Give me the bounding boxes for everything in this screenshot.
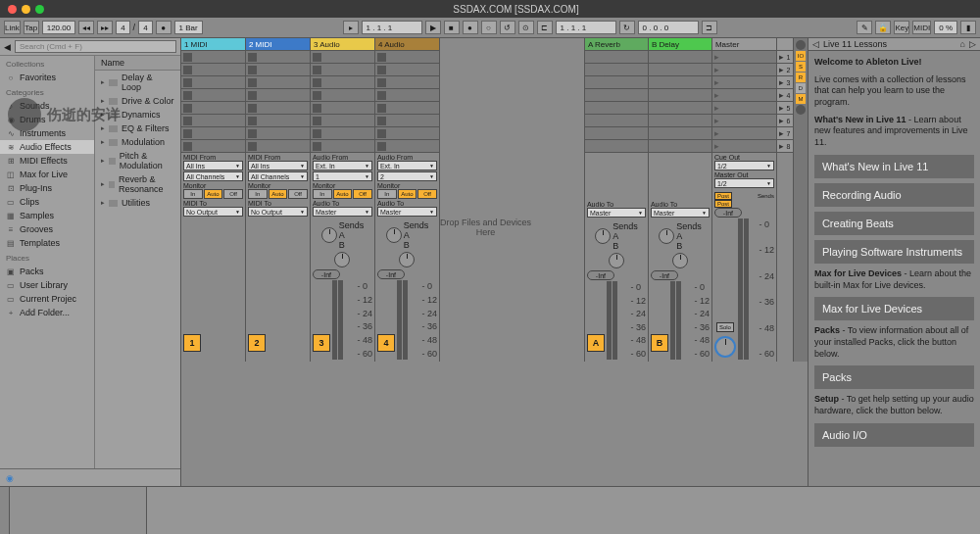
track-header[interactable]: 3 Audio: [311, 38, 374, 51]
category-templates[interactable]: ▤Templates: [0, 236, 94, 250]
tempo-field[interactable]: 120.00: [42, 21, 75, 34]
clip-slot[interactable]: [246, 51, 310, 64]
output-type[interactable]: Master: [377, 207, 437, 217]
metronome-button[interactable]: ●: [156, 21, 172, 34]
scene-slot[interactable]: ▸: [712, 76, 776, 89]
post-button[interactable]: Post: [714, 192, 732, 200]
session-rec[interactable]: ⊙: [518, 21, 534, 34]
place-user-library[interactable]: ▭User Library: [0, 278, 94, 292]
disclosure-icon[interactable]: ▸: [101, 124, 105, 132]
monitor-in[interactable]: In: [183, 189, 203, 199]
disclosure-icon[interactable]: ▸: [101, 111, 105, 119]
track-header[interactable]: 2 MIDI: [246, 38, 310, 51]
track-activator[interactable]: A: [587, 334, 605, 352]
clip-slot[interactable]: [246, 89, 310, 102]
monitor-in[interactable]: In: [377, 189, 397, 199]
scene-launch[interactable]: ▸1: [777, 51, 793, 64]
clip-slot[interactable]: [246, 76, 310, 89]
send-a-knob[interactable]: [321, 227, 337, 243]
lock-button[interactable]: 🔒: [875, 21, 891, 34]
disclosure-icon[interactable]: ▸: [101, 180, 105, 188]
clip-slot[interactable]: [181, 140, 245, 153]
key-button[interactable]: Key: [894, 21, 909, 34]
nudge-up[interactable]: ▸▸: [97, 21, 113, 34]
help-back-icon[interactable]: ◁: [812, 39, 819, 49]
track-activator[interactable]: 3: [313, 334, 330, 352]
browser-item[interactable]: ▸Drive & Color: [95, 94, 180, 108]
post-button[interactable]: Post: [714, 200, 732, 208]
track-activator[interactable]: B: [651, 334, 668, 352]
monitor-auto[interactable]: Auto: [269, 189, 288, 199]
browser-item[interactable]: ▸Dynamics: [95, 108, 180, 121]
disclosure-icon[interactable]: ▸: [101, 199, 105, 207]
clip-slot[interactable]: [375, 127, 439, 140]
clip-slot[interactable]: [181, 115, 245, 127]
send-a-knob[interactable]: [595, 228, 611, 244]
clip-slot[interactable]: [375, 89, 439, 102]
scene-launch[interactable]: ▸7: [777, 127, 793, 140]
output-type[interactable]: Master: [313, 207, 372, 217]
volume-display[interactable]: -Inf: [651, 270, 678, 280]
volume-display[interactable]: -Inf: [587, 270, 614, 280]
scene-slot[interactable]: ▸: [712, 127, 776, 140]
lesson-button[interactable]: Playing Software Instruments: [814, 240, 974, 264]
monitor-in[interactable]: In: [313, 189, 332, 199]
clip-slot[interactable]: [246, 115, 310, 127]
volume-display[interactable]: -Inf: [714, 208, 742, 218]
browser-item[interactable]: ▸Modulation: [95, 135, 180, 149]
scene-launch[interactable]: ▸8: [777, 140, 793, 153]
scene-slot[interactable]: ▸: [712, 140, 776, 153]
monitor-off[interactable]: Off: [353, 189, 372, 199]
lesson-button[interactable]: What's New in Live 11: [814, 155, 974, 178]
strip-io[interactable]: IO: [796, 51, 806, 61]
lesson-audio[interactable]: Audio I/O: [814, 423, 974, 447]
search-input[interactable]: [15, 40, 176, 53]
master-out[interactable]: 1/2: [714, 178, 774, 188]
solo-button[interactable]: Solo: [716, 322, 734, 332]
drop-zone[interactable]: Drop Files and DevicesHere: [440, 38, 585, 362]
nudge-down[interactable]: ◂◂: [78, 21, 94, 34]
strip-r[interactable]: R: [796, 73, 806, 82]
clip-slot[interactable]: [375, 76, 439, 89]
monitor-off[interactable]: Off: [288, 189, 308, 199]
overdub-button[interactable]: ○: [481, 21, 497, 34]
link-button[interactable]: Link: [4, 21, 21, 34]
scene-slot[interactable]: ▸: [712, 115, 776, 127]
cue-out[interactable]: 1/2: [714, 161, 774, 170]
volume-display[interactable]: -Inf: [377, 269, 405, 279]
strip-m[interactable]: M: [796, 94, 806, 104]
maximize-icon[interactable]: [35, 5, 44, 14]
sig-num[interactable]: 4: [116, 21, 129, 34]
monitor-off[interactable]: Off: [417, 189, 437, 199]
monitor-off[interactable]: Off: [223, 189, 243, 199]
quantize-menu[interactable]: 1 Bar: [174, 21, 203, 34]
clip-slot[interactable]: [311, 140, 374, 153]
clip-slot[interactable]: [246, 140, 310, 153]
track-header[interactable]: 4 Audio: [375, 38, 439, 51]
midi-map-button[interactable]: MIDI: [912, 21, 931, 34]
scene-slot[interactable]: ▸: [712, 102, 776, 115]
monitor-auto[interactable]: Auto: [398, 189, 417, 199]
output-type[interactable]: No Output: [248, 207, 308, 217]
track-activator[interactable]: 4: [377, 334, 395, 352]
lesson-max[interactable]: Max for Live Devices: [814, 297, 974, 320]
loop-len[interactable]: 0 . 0 . 0: [638, 21, 699, 34]
preview-icon[interactable]: ◉: [6, 473, 14, 483]
monitor-auto[interactable]: Auto: [204, 189, 223, 199]
clip-slot[interactable]: [181, 89, 245, 102]
clip-slot[interactable]: [181, 76, 245, 89]
cue-volume-knob[interactable]: [714, 336, 736, 358]
clip-slot[interactable]: [375, 51, 439, 64]
input-channel[interactable]: All Channels: [183, 171, 243, 181]
loop-pos[interactable]: 1 . 1 . 1: [556, 21, 616, 34]
place-packs[interactable]: ▣Packs: [0, 265, 94, 278]
clip-slot[interactable]: [181, 102, 245, 115]
category-max-for-live[interactable]: ◫Max for Live: [0, 168, 94, 181]
clip-slot[interactable]: [311, 102, 374, 115]
window-controls[interactable]: [0, 5, 52, 14]
lesson-packs[interactable]: Packs: [814, 365, 974, 389]
position-field[interactable]: 1 . 1 . 1: [362, 21, 422, 34]
clip-slot[interactable]: [311, 127, 374, 140]
track-header[interactable]: 1 MIDI: [181, 38, 245, 51]
send-b-knob[interactable]: [399, 252, 415, 267]
